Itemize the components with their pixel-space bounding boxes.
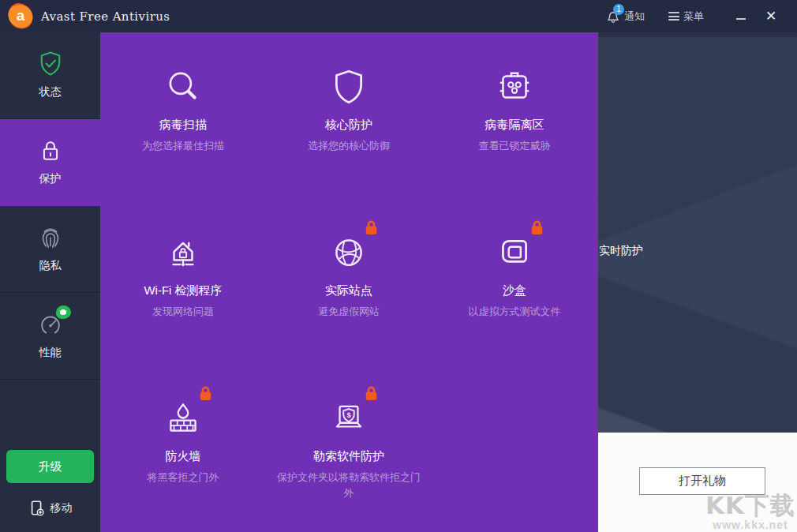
open-gift-button[interactable]: 打开礼物 — [639, 467, 765, 495]
chest-icon — [495, 67, 534, 107]
shield-icon — [329, 67, 369, 107]
tile-subtitle: 将黑客拒之门外 — [137, 470, 230, 485]
avast-logo-icon: a — [6, 2, 36, 31]
watermark-url: www.kkx.net — [705, 519, 795, 531]
minimize-icon — [736, 18, 746, 20]
tile-title: 防火墙 — [166, 449, 201, 464]
avast-window: a Avast Free Antivirus 1 通知 菜单 ✕ — [0, 0, 797, 532]
lock-badge-icon — [364, 385, 379, 401]
lock-badge-icon — [529, 219, 544, 235]
sidebar-item-label: 保护 — [39, 172, 62, 186]
sidebar: 状态 保护 隐私 性能 升级 移动 — [0, 32, 100, 532]
performance-badge-icon — [56, 305, 71, 319]
sidebar-item-label: 状态 — [39, 85, 62, 99]
tile-实际站点[interactable]: 实际站点 避免虚假网站 — [266, 225, 432, 391]
tile-title: 勒索软件防护 — [313, 449, 384, 464]
sandbox-icon — [495, 233, 534, 272]
close-button[interactable]: ✕ — [765, 8, 786, 24]
notification-count-badge: 1 — [613, 4, 624, 15]
sidebar-item-status[interactable]: 状态 — [0, 32, 100, 119]
close-icon: ✕ — [765, 8, 776, 24]
minimize-button[interactable] — [731, 13, 751, 20]
tile-subtitle: 以虚拟方式测试文件 — [458, 304, 572, 320]
fingerprint-icon — [36, 223, 65, 252]
lock-badge-icon — [364, 219, 379, 235]
tile-核心防护[interactable]: 核心防护 选择您的核心防御 — [266, 59, 432, 225]
magnifier-icon — [163, 67, 203, 107]
sidebar-item-mobile[interactable]: 移动 — [0, 500, 100, 517]
protection-panel: 病毒扫描 为您选择最佳扫描 核心防护 选择您的核心防御 病毒隔离区 查看已锁定威… — [100, 32, 598, 532]
tile-title: 病毒扫描 — [159, 118, 207, 133]
tile-沙盒[interactable]: 沙盒 以虚拟方式测试文件 — [432, 225, 597, 391]
side-lock-icon — [36, 137, 65, 165]
menu-label: 菜单 — [683, 9, 704, 24]
sidebar-item-performance[interactable]: 性能 — [0, 293, 100, 380]
phone-plus-icon — [28, 500, 46, 517]
tile-勒索软件防护[interactable]: 勒索软件防护 保护文件夹以将勒索软件拒之门外 — [266, 391, 432, 532]
globe-icon — [329, 233, 369, 272]
tile-title: 实际站点 — [325, 283, 372, 298]
tile-title: 病毒隔离区 — [485, 118, 544, 133]
subheader-strip — [598, 32, 797, 37]
notifications-button[interactable]: 1 通知 — [607, 9, 645, 24]
tile-病毒扫描[interactable]: 病毒扫描 为您选择最佳扫描 — [100, 59, 266, 225]
tile-subtitle: 选择您的核心防御 — [297, 138, 401, 154]
sidebar-item-protection[interactable]: 保护 — [0, 119, 100, 206]
tile-subtitle: 为您选择最佳扫描 — [131, 138, 235, 154]
sidebar-item-label: 隐私 — [39, 259, 62, 273]
upgrade-button[interactable]: 升级 — [6, 450, 94, 483]
background-status-page: 实时防护 打开礼物 KK下载 www.kkx.net — [598, 32, 797, 532]
gift-panel: 打开礼物 KK下载 www.kkx.net — [598, 433, 797, 532]
tile-Wi-Fi 检测程序[interactable]: Wi-Fi 检测程序 发现网络问题 — [100, 225, 266, 391]
watermark: KK下载 www.kkx.net — [705, 492, 795, 531]
shield-check-icon — [36, 50, 65, 78]
wifi-house-icon — [163, 233, 203, 272]
tile-title: 核心防护 — [325, 118, 372, 133]
tile-title: Wi-Fi 检测程序 — [144, 283, 222, 298]
tile-subtitle: 保护文件夹以将勒索软件拒之门外 — [266, 470, 432, 501]
tile-subtitle: 避免虚假网站 — [307, 304, 391, 320]
notifications-label: 通知 — [624, 9, 645, 24]
tile-subtitle: 查看已锁定威胁 — [468, 138, 562, 154]
titlebar: a Avast Free Antivirus 1 通知 菜单 ✕ — [0, 0, 797, 32]
mobile-label: 移动 — [51, 501, 73, 515]
sidebar-item-privacy[interactable]: 隐私 — [0, 206, 100, 293]
firewall-icon — [163, 399, 203, 438]
tile-subtitle: 发现网络问题 — [141, 304, 225, 320]
hamburger-icon — [668, 12, 679, 21]
tile-防火墙[interactable]: 防火墙 将黑客拒之门外 — [100, 391, 266, 532]
realtime-protection-label: 实时防护 — [599, 244, 643, 258]
ransom-icon — [329, 399, 369, 438]
tile-title: 沙盒 — [503, 283, 526, 298]
sidebar-item-label: 性能 — [39, 346, 62, 360]
tile-病毒隔离区[interactable]: 病毒隔离区 查看已锁定威胁 — [432, 59, 597, 225]
watermark-logo-text: KK下载 — [705, 492, 795, 519]
lock-badge-icon — [198, 385, 213, 401]
window-title: Avast Free Antivirus — [41, 0, 170, 32]
menu-button[interactable]: 菜单 — [668, 9, 704, 24]
